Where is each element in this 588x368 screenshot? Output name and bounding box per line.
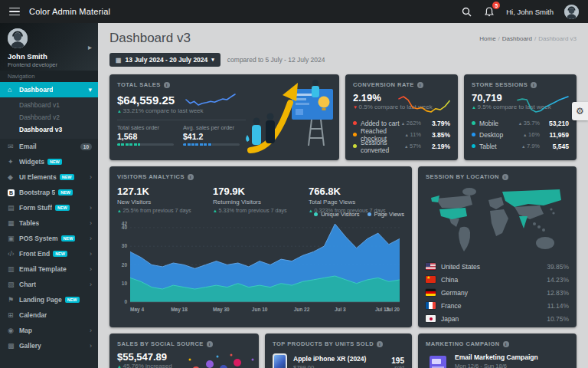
- country-percent: 11.14%: [547, 302, 569, 310]
- sidebar-item-calendar[interactable]: ⊞Calendar: [0, 307, 98, 323]
- form-icon: ▤: [8, 204, 19, 212]
- info-icon[interactable]: [503, 341, 509, 347]
- info-icon[interactable]: [188, 174, 194, 180]
- sidebar-item-chart[interactable]: ▧Chart›: [0, 277, 98, 292]
- sidebar-item-email[interactable]: ✉Email10: [0, 139, 98, 154]
- breadcrumb: Home/Dashboard/Dashboard v3: [479, 35, 577, 42]
- notifications-icon[interactable]: 5: [483, 5, 495, 18]
- chevron-right-icon: ›: [90, 281, 92, 288]
- info-icon[interactable]: [377, 341, 383, 347]
- sidebar: John Smith Frontend developer ▸ Navigati…: [0, 23, 98, 368]
- sidebar-item-widgets[interactable]: ✦WidgetsNEW: [0, 154, 98, 169]
- date-range-button[interactable]: ▦ 13 July 2024 - 20 July 2024 ▾: [109, 53, 220, 67]
- product-qty-label: sold: [391, 365, 404, 368]
- campaign-name: Email Marketing Campaign: [455, 353, 569, 361]
- breadcrumb-item[interactable]: Home: [479, 35, 495, 42]
- info-icon[interactable]: [417, 82, 423, 88]
- metric-label: Sessions converted: [361, 139, 404, 154]
- sidebar-item-dashboard[interactable]: ⌂Dashboard▾: [0, 82, 98, 97]
- sidebar-item-label: Email Template: [19, 265, 67, 273]
- country-row-china: China14.23%: [426, 273, 569, 286]
- product-price: $799.00: [293, 364, 385, 368]
- new-badge: NEW: [55, 205, 70, 211]
- sidebar-item-pos-system[interactable]: ▣POS SystemNEW›: [0, 231, 98, 246]
- chevron-right-icon[interactable]: ▸: [88, 43, 92, 51]
- sidebar-item-front-end[interactable]: ‹/›Front EndNEW›: [0, 246, 98, 261]
- avatar[interactable]: [564, 5, 579, 19]
- sidebar-item-bootstrap-5[interactable]: BBootstrap 5NEW: [0, 185, 98, 200]
- info-icon[interactable]: [207, 341, 213, 347]
- user-greeting: Hi, John Smith: [506, 8, 554, 16]
- sidebar-item-dashboard-v2[interactable]: Dashboard v2: [0, 111, 98, 123]
- visitors-area-chart: 01020304042May 4May 18May 30Jun 10Jun 22…: [117, 219, 403, 315]
- app-title: Color Admin Material: [29, 7, 110, 16]
- code-icon: ‹/›: [8, 250, 19, 258]
- country-name: China: [441, 276, 541, 284]
- sidebar-item-dashboard-v3[interactable]: Dashboard v3: [0, 123, 98, 136]
- sidebar-item-label: Tables: [19, 219, 39, 227]
- breadcrumb-item[interactable]: Dashboard: [502, 35, 532, 42]
- progress-bar: [117, 143, 174, 146]
- total-sales-amount: $64,559.25: [117, 94, 175, 107]
- sidebar-item-email-template[interactable]: ▥Email Template›: [0, 261, 98, 277]
- avatar: [8, 28, 28, 48]
- store-sessions-card: STORE SESSIONS 70,719 9.5% compare to la…: [464, 74, 577, 160]
- main-content: Dashboard v3 Home/Dashboard/Dashboard v3…: [98, 23, 588, 368]
- theme-settings-button[interactable]: ⚙: [572, 102, 588, 120]
- info-icon[interactable]: [531, 82, 537, 88]
- chevron-right-icon: ›: [90, 250, 92, 258]
- sidebar-profile[interactable]: John Smith Frontend developer ▸: [0, 23, 98, 71]
- legend-item-unique-visitors[interactable]: Unique Visitors: [314, 211, 359, 218]
- sidebar-item-ui-elements[interactable]: ◆UI ElementsNEW›: [0, 169, 98, 185]
- nav-section-label: Navigation: [0, 71, 98, 82]
- metric-value: 5,545: [544, 143, 569, 150]
- legend-item-page-views[interactable]: Page Views: [368, 211, 404, 218]
- info-icon[interactable]: [502, 174, 508, 180]
- country-row-germany: Germany12.83%: [426, 286, 569, 299]
- legend-dot: [314, 212, 318, 216]
- chevron-down-icon: ▾: [211, 57, 214, 63]
- sidebar-item-form-stuff[interactable]: ▤Form StuffNEW›: [0, 200, 98, 215]
- metric-value: 3.85%: [426, 131, 450, 139]
- card-title: SALES BY SOCIAL SOURCE: [117, 340, 204, 347]
- country-percent: 39.85%: [547, 263, 569, 271]
- campaign-row: Email Marketing Campaign Mon 12/6 - Sun …: [426, 353, 569, 368]
- calendar-icon: ⊞: [8, 311, 19, 319]
- series-dot: [353, 133, 357, 136]
- sidebar-item-map[interactable]: ◉Map›: [0, 323, 98, 338]
- series-dot: [472, 121, 475, 125]
- country-percent: 10.75%: [547, 315, 569, 323]
- sidebar-item-label: Dashboard: [19, 86, 53, 94]
- new-badge: NEW: [65, 297, 80, 303]
- sidebar-item-tables[interactable]: ▦Tables›: [0, 215, 98, 231]
- flag-icon-jp: [426, 315, 436, 322]
- svg-text:30: 30: [122, 243, 128, 248]
- metric-label: Mobile: [479, 120, 518, 127]
- metric-change: 57%: [404, 143, 421, 150]
- menu-toggle-icon[interactable]: [9, 8, 20, 16]
- sidebar-item-dashboard-v1[interactable]: Dashboard v1: [0, 99, 98, 111]
- stat-label: Returning Visitors: [213, 199, 309, 205]
- sales-by-social-source-card: SALES BY SOCIAL SOURCE $55,547.89 45.76%…: [109, 334, 259, 368]
- sidebar-item-gallery[interactable]: ▩Gallery›: [0, 338, 98, 353]
- legend-label: Unique Visitors: [321, 211, 359, 218]
- conversion-rate-card: CONVERSION RATE 2.19% 0.5% compare to la…: [345, 74, 458, 160]
- new-badge: NEW: [53, 251, 67, 257]
- new-badge: NEW: [61, 235, 76, 242]
- card-title: TOP PRODUCTS BY UNITS SOLD: [273, 340, 374, 347]
- series-dot: [353, 144, 357, 148]
- sidebar-item-landing-page[interactable]: ⚑Landing PageNEW: [0, 292, 98, 307]
- chevron-right-icon: ›: [90, 327, 92, 334]
- new-visitors-stat: 127.1K New Visitors 25.5% from previous …: [117, 186, 213, 214]
- sidebar-item-label: Form Stuff: [19, 204, 52, 212]
- svg-text:0: 0: [124, 299, 127, 304]
- breadcrumb-item: Dashboard v3: [538, 35, 577, 42]
- divider: [117, 120, 246, 120]
- metric-row-sessions-converted: Sessions converted57%2.19%: [353, 140, 450, 152]
- country-row-japan: Japan10.75%: [426, 312, 569, 325]
- info-icon[interactable]: [164, 82, 170, 88]
- search-icon[interactable]: [460, 5, 472, 18]
- page-title: Dashboard v3: [109, 31, 191, 46]
- chevron-right-icon: ›: [90, 173, 92, 181]
- campaign-illustration: [426, 353, 449, 368]
